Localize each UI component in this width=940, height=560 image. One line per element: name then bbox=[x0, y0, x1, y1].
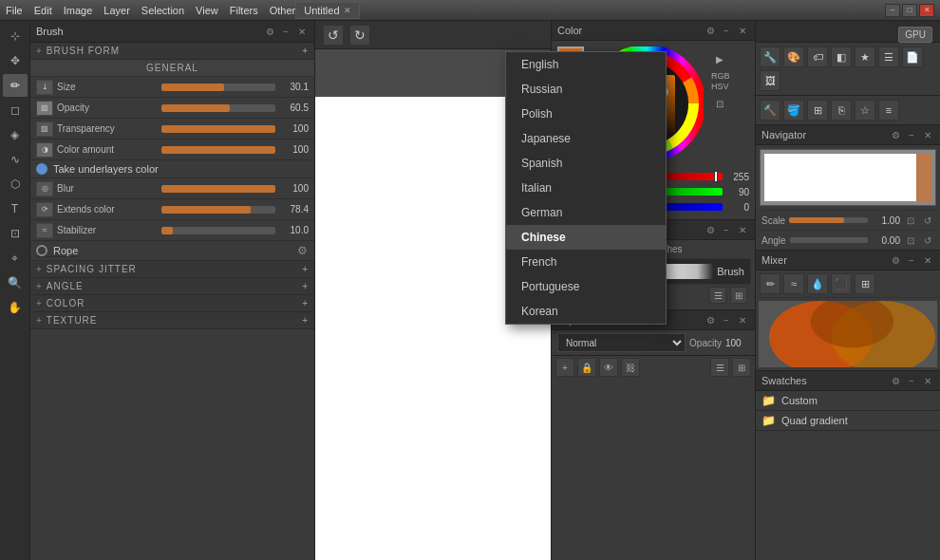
tool-document[interactable]: 📄 bbox=[902, 47, 923, 67]
tool-grid-2[interactable]: ⊞ bbox=[807, 100, 828, 121]
menu-filters[interactable]: Filters bbox=[230, 5, 258, 16]
navigator-close-icon[interactable]: ✕ bbox=[921, 128, 934, 141]
mixer-smudge-icon[interactable]: ≈ bbox=[783, 273, 804, 294]
spacing-add[interactable]: + bbox=[302, 264, 309, 274]
swatches-close-icon[interactable]: ✕ bbox=[921, 374, 934, 387]
tool-fill[interactable]: ◈ bbox=[3, 123, 28, 146]
minimize-button[interactable]: − bbox=[885, 4, 900, 17]
tool-star2[interactable]: ☆ bbox=[855, 100, 875, 121]
rope-check[interactable] bbox=[36, 245, 47, 256]
take-underlayers-check[interactable] bbox=[36, 163, 47, 175]
tool-list2[interactable]: ≡ bbox=[878, 100, 899, 121]
menu-file[interactable]: File bbox=[6, 5, 23, 16]
brush-grid-view-icon[interactable]: ⊞ bbox=[730, 287, 747, 304]
texture-header[interactable]: + TEXTURE + bbox=[30, 312, 314, 329]
tool-cursor[interactable]: ⊹ bbox=[3, 25, 28, 47]
opacity-slider[interactable] bbox=[161, 104, 275, 112]
brushes-close-icon[interactable]: ✕ bbox=[736, 223, 749, 236]
swatches-minimize-icon[interactable]: − bbox=[905, 374, 918, 387]
rope-settings-icon[interactable]: ⚙ bbox=[295, 244, 309, 257]
tool-list[interactable]: ☰ bbox=[878, 47, 899, 67]
brushes-minimize-icon[interactable]: − bbox=[720, 223, 733, 236]
size-slider[interactable] bbox=[161, 84, 275, 91]
brush-list-view-icon[interactable]: ☰ bbox=[709, 287, 726, 304]
mixer-canvas[interactable] bbox=[759, 301, 937, 367]
menu-view[interactable]: View bbox=[196, 5, 218, 16]
tool-label[interactable]: 🏷 bbox=[807, 47, 828, 67]
tool-bucket[interactable]: 🪣 bbox=[783, 100, 804, 121]
brush-minimize-icon[interactable]: − bbox=[279, 25, 292, 38]
texture-add[interactable]: + bbox=[302, 315, 309, 326]
lang-russian[interactable]: Russian bbox=[506, 77, 666, 102]
menu-edit[interactable]: Edit bbox=[34, 5, 52, 16]
maximize-button[interactable]: □ bbox=[902, 4, 917, 17]
mixer-dropper-icon[interactable]: 💧 bbox=[807, 273, 828, 294]
tool-copy[interactable]: ⎘ bbox=[831, 100, 852, 121]
swatch-custom[interactable]: 📁 Custom bbox=[756, 391, 940, 411]
tool-hand[interactable]: ✋ bbox=[3, 296, 28, 319]
tool-photo[interactable]: 🖼 bbox=[760, 70, 780, 91]
tool-move[interactable]: ✥ bbox=[3, 49, 28, 72]
stabilizer-slider[interactable] bbox=[161, 227, 275, 234]
mixer-minimize-icon[interactable]: − bbox=[905, 253, 918, 267]
tool-hammer[interactable]: 🔨 bbox=[760, 100, 780, 121]
lang-german[interactable]: German bbox=[506, 200, 666, 225]
menu-selection[interactable]: Selection bbox=[141, 5, 184, 16]
spacing-jitter-header[interactable]: + SPACING JITTER + bbox=[30, 261, 314, 278]
angle-flip-icon[interactable]: ↺ bbox=[921, 233, 934, 247]
angle-add[interactable]: + bbox=[302, 281, 309, 291]
extends-color-slider[interactable] bbox=[161, 206, 275, 214]
rgb-label[interactable]: RGB bbox=[711, 71, 730, 82]
fit-icon[interactable]: ⊡ bbox=[904, 214, 917, 227]
angle-reset-icon[interactable]: ⊡ bbox=[904, 233, 917, 247]
navigator-minimize-icon[interactable]: − bbox=[905, 128, 918, 141]
crop-icon[interactable]: ⊡ bbox=[711, 96, 728, 113]
lang-polish[interactable]: Polish bbox=[506, 102, 666, 126]
layer-add-icon[interactable]: + bbox=[555, 358, 574, 377]
menu-image[interactable]: Image bbox=[64, 5, 93, 16]
lang-french[interactable]: French bbox=[506, 250, 666, 274]
mixer-grid-icon[interactable]: ⊞ bbox=[855, 273, 875, 294]
close-button[interactable]: ✕ bbox=[919, 4, 934, 17]
tool-lasso[interactable]: ⌖ bbox=[3, 247, 28, 270]
brush-form-header[interactable]: + BRUSH FORM + bbox=[30, 43, 314, 60]
menu-layer[interactable]: Layer bbox=[103, 5, 130, 16]
layers-minimize-icon[interactable]: − bbox=[720, 313, 733, 327]
redo-button[interactable]: ↻ bbox=[349, 25, 370, 46]
tool-zoom[interactable]: 🔍 bbox=[3, 271, 28, 294]
lang-chinese[interactable]: Chinese bbox=[506, 225, 666, 250]
lang-japanese[interactable]: Japanese bbox=[506, 126, 666, 151]
brushes-gear-icon[interactable]: ⚙ bbox=[704, 223, 717, 236]
color-header[interactable]: + COLOR + bbox=[30, 295, 314, 312]
color-add[interactable]: + bbox=[302, 298, 309, 308]
reset-icon[interactable]: ↺ bbox=[921, 214, 934, 227]
lang-english[interactable]: English bbox=[506, 52, 666, 77]
layer-list-icon[interactable]: ☰ bbox=[710, 358, 729, 377]
brush-form-add[interactable]: + bbox=[302, 46, 309, 56]
color-gear-icon[interactable]: ⚙ bbox=[704, 24, 717, 37]
layer-grid-icon[interactable]: ⊞ bbox=[732, 358, 751, 377]
tool-shape[interactable]: ⬡ bbox=[3, 173, 28, 196]
blend-mode-select[interactable]: Normal bbox=[557, 333, 686, 352]
lang-italian[interactable]: Italian bbox=[506, 176, 666, 200]
lang-portuguese[interactable]: Portuguese bbox=[506, 274, 666, 299]
gpu-button[interactable]: GPU bbox=[898, 27, 932, 43]
menu-other[interactable]: Other bbox=[270, 5, 296, 16]
mixer-fill-icon[interactable]: ⬛ bbox=[831, 273, 852, 294]
blur-slider[interactable] bbox=[161, 185, 275, 193]
play-icon[interactable]: ▶ bbox=[711, 50, 728, 67]
navigator-gear-icon[interactable]: ⚙ bbox=[889, 128, 902, 141]
angle-header[interactable]: + ANGLE + bbox=[30, 278, 314, 295]
brush-close-icon[interactable]: ✕ bbox=[295, 25, 309, 38]
color-amount-slider[interactable] bbox=[161, 146, 275, 154]
layer-lock-icon[interactable]: 🔒 bbox=[577, 358, 596, 377]
tool-star[interactable]: ★ bbox=[855, 47, 875, 67]
scale-slider[interactable] bbox=[789, 217, 868, 223]
tool-eraser[interactable]: ◻ bbox=[3, 99, 28, 121]
document-tab[interactable]: Untitled ✕ bbox=[295, 2, 359, 19]
lang-korean[interactable]: Korean bbox=[506, 299, 666, 324]
mixer-gear-icon[interactable]: ⚙ bbox=[889, 253, 902, 267]
angle-slider[interactable] bbox=[790, 237, 868, 243]
tool-wrench[interactable]: 🔧 bbox=[760, 47, 780, 67]
navigator-preview[interactable] bbox=[760, 149, 936, 206]
